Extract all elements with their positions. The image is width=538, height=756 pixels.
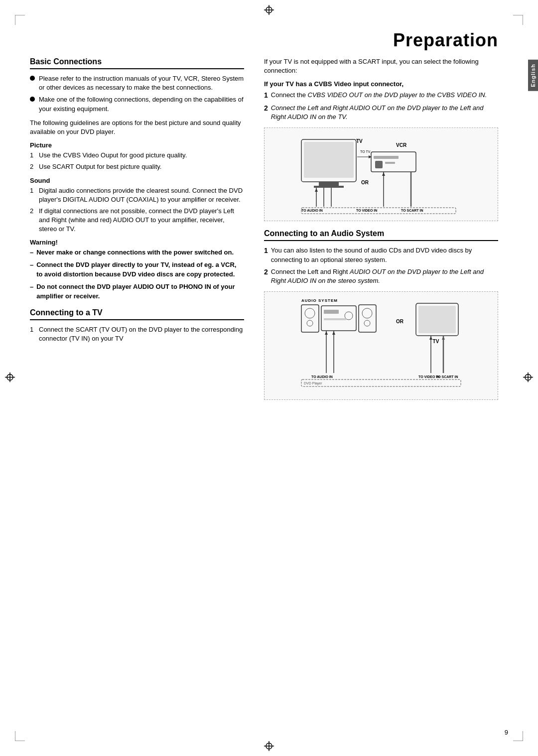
corner-mark-bl <box>15 731 25 741</box>
svg-text:TO SCART IN: TO SCART IN <box>401 209 423 212</box>
svg-rect-41 <box>324 310 339 314</box>
svg-point-38 <box>305 308 315 318</box>
svg-marker-35 <box>382 172 385 176</box>
svg-marker-57 <box>429 336 432 340</box>
svg-rect-48 <box>418 306 456 333</box>
tv-diagram: TV VCR TO TV OR <box>264 127 498 221</box>
warning-list: – Never make or change connections with … <box>30 248 244 301</box>
list-item: – Never make or change connections with … <box>30 248 244 257</box>
connecting-audio-list: 1 You can also listen to the sound of au… <box>264 246 498 285</box>
list-item: 2 Use SCART Output for best picture qual… <box>30 162 244 171</box>
right-column: If your TV is not equipped with a SCART … <box>264 57 498 726</box>
corner-mark-br <box>513 731 523 741</box>
list-item: 1 Connect the CVBS VIDEO OUT on the DVD … <box>264 91 498 101</box>
svg-text:TO AUDIO IN: TO AUDIO IN <box>301 209 323 212</box>
svg-rect-44 <box>359 305 376 332</box>
corner-mark-tr <box>513 15 523 25</box>
list-item: 2 Connect the Left and Right AUDIO OUT o… <box>264 104 498 122</box>
svg-point-45 <box>362 308 372 318</box>
svg-text:TV: TV <box>433 339 439 344</box>
list-item: 2 If digital connections are not possibl… <box>30 207 244 234</box>
connecting-tv-heading: Connecting to a TV <box>30 308 244 320</box>
svg-text:TO VIDEO IN: TO VIDEO IN <box>356 209 377 212</box>
svg-text:OR: OR <box>396 319 404 324</box>
svg-text:OR: OR <box>361 180 369 185</box>
columns-container: Basic Connections Please refer to the in… <box>30 57 498 726</box>
reg-mark-left <box>5 373 15 384</box>
svg-marker-54 <box>332 331 335 335</box>
connecting-tv-section: Connecting to a TV 1 Connect the SCART (… <box>30 308 244 343</box>
svg-marker-34 <box>315 188 318 192</box>
cvbs-list: 1 Connect the CVBS VIDEO OUT on the DVD … <box>264 91 498 122</box>
reg-mark-bottom <box>264 741 274 751</box>
audio-diagram-svg: AUDIO SYSTEM <box>269 296 494 395</box>
right-intro-text: If your TV is not equipped with a SCART … <box>264 57 498 75</box>
main-content: Preparation Basic Connections Please ref… <box>30 30 498 726</box>
basic-connections-heading: Basic Connections <box>30 57 244 69</box>
warning-heading: Warning! <box>30 239 244 246</box>
guideline-text: The following guidelines are options for… <box>30 119 244 136</box>
svg-text:AUDIO SYSTEM: AUDIO SYSTEM <box>301 298 338 303</box>
svg-point-46 <box>364 320 370 326</box>
bullet-icon <box>30 97 35 102</box>
list-item: Please refer to the instruction manuals … <box>30 74 244 92</box>
left-column: Basic Connections Please refer to the in… <box>30 57 249 726</box>
picture-heading: Picture <box>30 141 244 149</box>
list-item: – Do not connect the DVD player AUDIO OU… <box>30 282 244 301</box>
sound-heading: Sound <box>30 177 244 184</box>
corner-mark-tl <box>15 15 25 25</box>
audio-diagram: AUDIO SYSTEM <box>264 291 498 400</box>
list-item: 1 Use the CVBS Video Ouput for good pict… <box>30 151 244 160</box>
svg-text:TO SCART IN: TO SCART IN <box>436 375 458 378</box>
cvbs-heading: If your TV has a CVBS Video input connec… <box>264 80 498 88</box>
svg-rect-20 <box>385 162 395 164</box>
basic-connections-bullets: Please refer to the instruction manuals … <box>30 74 244 114</box>
svg-rect-18 <box>374 156 399 159</box>
language-tab: English <box>528 60 538 91</box>
svg-text:TV: TV <box>356 138 363 144</box>
connecting-audio-heading: Connecting to an Audio System <box>264 229 498 241</box>
bullet-icon <box>30 76 35 81</box>
page-title: Preparation <box>393 30 498 51</box>
svg-rect-14 <box>319 182 339 186</box>
list-item: – Connect the DVD player directly to you… <box>30 260 244 279</box>
sound-list: 1 Digital audio connections provide the … <box>30 186 244 234</box>
tv-diagram-svg: TV VCR TO TV OR <box>269 132 494 217</box>
svg-rect-62 <box>301 379 461 386</box>
svg-text:TO TV: TO TV <box>360 150 371 153</box>
list-item: 2 Connect the Left and Right AUDIO OUT o… <box>264 267 498 285</box>
page-number: 9 <box>505 729 508 736</box>
svg-text:VCR: VCR <box>396 142 407 148</box>
svg-rect-15 <box>314 186 344 188</box>
svg-rect-19 <box>375 161 383 168</box>
list-item: 1 Connect the SCART (TV OUT) on the DVD … <box>30 325 244 343</box>
list-item: 1 Digital audio connections provide the … <box>30 186 244 204</box>
svg-rect-37 <box>301 305 319 332</box>
reg-mark-top <box>264 5 274 15</box>
list-item: 1 You can also listen to the sound of au… <box>264 246 498 264</box>
svg-marker-58 <box>442 336 445 340</box>
svg-marker-53 <box>325 331 328 335</box>
svg-rect-43 <box>324 318 346 320</box>
reg-mark-right <box>523 373 533 384</box>
connecting-tv-list: 1 Connect the SCART (TV OUT) on the DVD … <box>30 325 244 343</box>
svg-text:DVD Player: DVD Player <box>304 381 322 385</box>
picture-list: 1 Use the CVBS Video Ouput for good pict… <box>30 151 244 171</box>
svg-rect-13 <box>304 142 354 178</box>
svg-point-39 <box>307 320 313 326</box>
svg-rect-33 <box>301 208 456 214</box>
svg-text:TO AUDIO IN: TO AUDIO IN <box>311 375 333 378</box>
list-item: Make one of the following connections, d… <box>30 95 244 113</box>
